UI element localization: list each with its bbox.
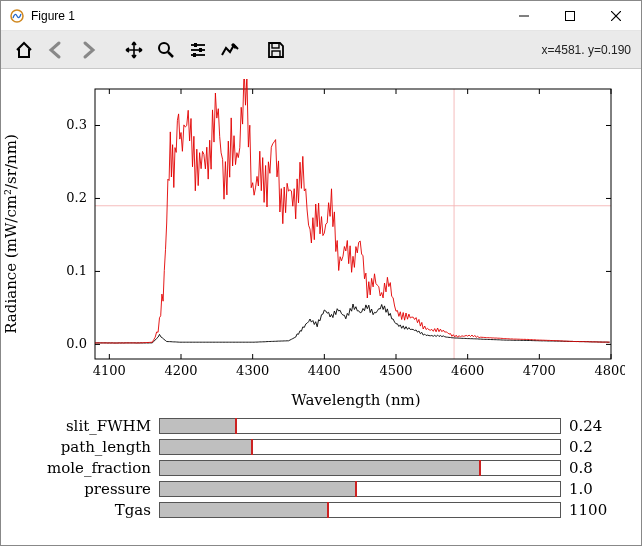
slider-Tgas: Tgas1100 xyxy=(31,499,611,520)
svg-rect-14 xyxy=(272,51,280,57)
window-title: Figure 1 xyxy=(31,9,501,23)
chart-svg[interactable]: 410042004300440045004600470048000.00.10.… xyxy=(15,79,625,389)
slider-path_length: path_length0.2 xyxy=(31,436,611,457)
close-button[interactable] xyxy=(593,1,639,31)
svg-rect-12 xyxy=(193,53,196,57)
zoom-button[interactable] xyxy=(151,35,181,65)
pan-button[interactable] xyxy=(119,35,149,65)
slider-track[interactable] xyxy=(159,418,561,434)
svg-text:0.2: 0.2 xyxy=(66,190,87,205)
svg-rect-2 xyxy=(566,11,575,20)
app-icon xyxy=(9,8,25,24)
slider-value: 0.8 xyxy=(569,459,611,477)
slider-track[interactable] xyxy=(159,502,561,518)
svg-text:4600: 4600 xyxy=(451,363,484,378)
plot-area: Radiance (mW/cm²/sr/nm) 4100420043004400… xyxy=(1,69,641,545)
toolbar: x=4581. y=0.190 xyxy=(1,31,641,69)
titlebar[interactable]: Figure 1 xyxy=(1,1,641,31)
slider-track[interactable] xyxy=(159,439,561,455)
edit-button[interactable] xyxy=(215,35,245,65)
slider-slit_FWHM: slit_FWHM0.24 xyxy=(31,415,611,436)
sliders-panel: slit_FWHM0.24path_length0.2mole_fraction… xyxy=(15,409,627,530)
chart-container[interactable]: Radiance (mW/cm²/sr/nm) 4100420043004400… xyxy=(15,79,627,389)
slider-label: Tgas xyxy=(31,501,151,519)
back-button[interactable] xyxy=(41,35,71,65)
slider-label: mole_fraction xyxy=(31,459,151,477)
svg-rect-11 xyxy=(199,48,202,52)
slider-value: 0.24 xyxy=(569,417,611,435)
slider-value: 1.0 xyxy=(569,480,611,498)
x-axis-label: Wavelength (nm) xyxy=(85,391,627,409)
slider-value: 0.2 xyxy=(569,438,611,456)
svg-text:0.1: 0.1 xyxy=(66,263,87,278)
svg-point-5 xyxy=(159,43,169,53)
slider-label: path_length xyxy=(31,438,151,456)
svg-text:4500: 4500 xyxy=(379,363,412,378)
maximize-button[interactable] xyxy=(547,1,593,31)
slider-value: 1100 xyxy=(569,501,611,519)
slider-label: slit_FWHM xyxy=(31,417,151,435)
svg-text:4700: 4700 xyxy=(523,363,556,378)
save-button[interactable] xyxy=(261,35,291,65)
slider-track[interactable] xyxy=(159,460,561,476)
configure-button[interactable] xyxy=(183,35,213,65)
svg-text:0.0: 0.0 xyxy=(66,336,87,351)
cursor-readout: x=4581. y=0.190 xyxy=(542,43,633,57)
svg-text:4200: 4200 xyxy=(164,363,197,378)
forward-button[interactable] xyxy=(73,35,103,65)
svg-line-6 xyxy=(168,52,173,57)
slider-track[interactable] xyxy=(159,481,561,497)
svg-text:4300: 4300 xyxy=(236,363,269,378)
figure-window: Figure 1 x=4581. y=0.190 Radiance (mW/cm… xyxy=(0,0,642,546)
home-button[interactable] xyxy=(9,35,39,65)
slider-pressure: pressure1.0 xyxy=(31,478,611,499)
svg-rect-17 xyxy=(95,89,611,359)
y-axis-label: Radiance (mW/cm²/sr/nm) xyxy=(2,134,20,334)
svg-rect-10 xyxy=(194,43,197,47)
minimize-button[interactable] xyxy=(501,1,547,31)
slider-label: pressure xyxy=(31,480,151,498)
svg-text:0.3: 0.3 xyxy=(66,117,87,132)
slider-mole_fraction: mole_fraction0.8 xyxy=(31,457,611,478)
svg-text:4100: 4100 xyxy=(93,363,126,378)
svg-text:4800: 4800 xyxy=(594,363,625,378)
svg-text:4400: 4400 xyxy=(308,363,341,378)
